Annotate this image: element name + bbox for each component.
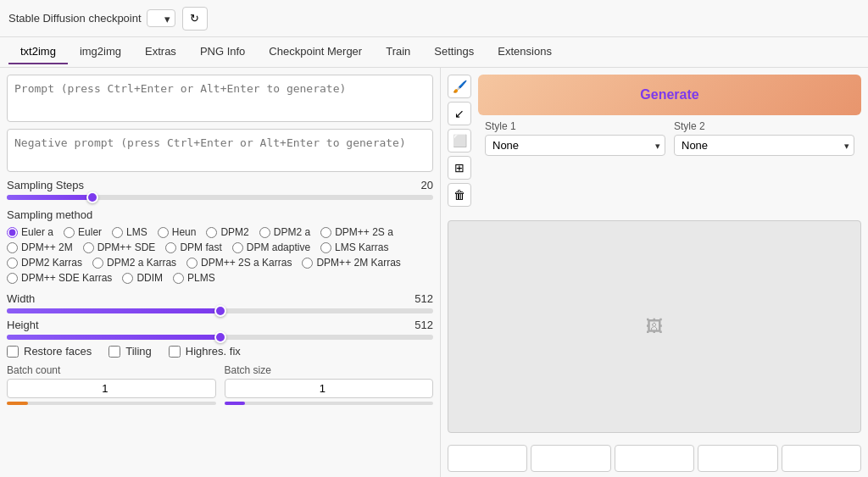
- icon-column: 🖌️ ↙ ⬜ ⊞ 🗑: [448, 75, 471, 207]
- height-section: Height 512: [7, 319, 433, 340]
- tabs-bar: txt2img img2img Extras PNG Info Checkpoi…: [0, 37, 868, 68]
- height-fill: [7, 335, 220, 340]
- sampling-steps-label: Sampling Steps: [7, 179, 84, 191]
- options-row: Restore faces Tiling Highres. fix: [7, 345, 433, 358]
- radio-dpmpp-2s-a[interactable]: DPM++ 2S a: [320, 226, 393, 238]
- highres-fix-checkbox[interactable]: Highres. fix: [169, 345, 241, 358]
- bottom-btn-5[interactable]: [782, 445, 861, 472]
- negative-prompt-input[interactable]: [14, 136, 426, 162]
- brush-icon-button[interactable]: 🖌️: [448, 75, 471, 98]
- height-slider[interactable]: [7, 335, 433, 340]
- refresh-icon: ↻: [190, 12, 199, 25]
- brush-icon: 🖌️: [453, 80, 467, 93]
- arrow-icon-button[interactable]: ↙: [448, 102, 471, 125]
- radio-dpmpp-2s-a-karras[interactable]: DPM++ 2S a Karras: [186, 257, 292, 269]
- tab-img2img[interactable]: img2img: [68, 40, 133, 64]
- sampling-steps-slider[interactable]: [7, 195, 433, 200]
- batch-size-item: Batch size: [225, 364, 434, 405]
- style1-label: Style 1: [485, 120, 665, 132]
- radio-lms-karras[interactable]: LMS Karras: [320, 241, 388, 253]
- style1-select[interactable]: None: [485, 135, 665, 156]
- tab-extensions[interactable]: Extensions: [486, 40, 564, 64]
- checkpoint-select-wrap: [147, 9, 175, 27]
- prompt-box[interactable]: [7, 75, 433, 122]
- batch-count-fill: [7, 402, 28, 405]
- radio-heun[interactable]: Heun: [158, 226, 197, 238]
- radio-euler-a[interactable]: Euler a: [7, 226, 53, 238]
- radio-plms[interactable]: PLMS: [173, 272, 215, 284]
- radio-dpmpp-sde-karras[interactable]: DPM++ SDE Karras: [7, 272, 112, 284]
- style1-item: Style 1 None: [485, 120, 665, 156]
- width-fill: [7, 308, 220, 313]
- batch-count-item: Batch count: [7, 364, 216, 405]
- width-header: Width 512: [7, 292, 433, 305]
- batch-size-input[interactable]: [225, 380, 433, 397]
- tab-train[interactable]: Train: [374, 40, 422, 64]
- prompt-input[interactable]: [14, 82, 426, 108]
- generate-button[interactable]: Generate: [478, 75, 861, 115]
- radio-dpm-adaptive[interactable]: DPM adaptive: [232, 241, 310, 253]
- batch-count-input[interactable]: [8, 380, 215, 397]
- radio-dpmpp-sde[interactable]: DPM++ SDE: [83, 241, 156, 253]
- grid-icon-button[interactable]: ⊞: [448, 156, 471, 180]
- restore-faces-checkbox[interactable]: Restore faces: [7, 345, 92, 358]
- sampling-method-label: Sampling method: [7, 208, 433, 221]
- checkpoint-select[interactable]: [147, 9, 175, 27]
- generate-styles-area: Generate Style 1 None Style 2: [478, 75, 861, 156]
- left-panel: Sampling Steps 20 Sampling method Euler …: [0, 68, 441, 477]
- width-slider[interactable]: [7, 308, 433, 313]
- tab-settings[interactable]: Settings: [422, 40, 486, 64]
- sampling-steps-section: Sampling Steps 20: [7, 179, 433, 200]
- style2-label: Style 2: [674, 120, 854, 132]
- height-label: Height: [7, 319, 39, 331]
- tab-extras[interactable]: Extras: [133, 40, 188, 64]
- radio-dpmpp-2m-karras[interactable]: DPM++ 2M Karras: [302, 257, 400, 269]
- radio-dpm2-a-karras[interactable]: DPM2 a Karras: [92, 257, 176, 269]
- batch-count-label: Batch count: [7, 364, 216, 376]
- style2-item: Style 2 None: [674, 120, 854, 156]
- sampling-steps-fill: [7, 195, 92, 200]
- radio-dpmpp-2m[interactable]: DPM++ 2M: [7, 241, 73, 253]
- width-thumb[interactable]: [214, 305, 226, 317]
- tab-checkpoint-merger[interactable]: Checkpoint Merger: [257, 40, 374, 64]
- frame-icon-button[interactable]: ⬜: [448, 129, 471, 153]
- tiling-checkbox[interactable]: Tiling: [108, 345, 152, 358]
- batch-size-slider[interactable]: [225, 402, 434, 405]
- frame-icon: ⬜: [453, 134, 467, 147]
- radio-ddim[interactable]: DDIM: [122, 272, 163, 284]
- arrow-icon: ↙: [454, 107, 465, 120]
- radio-dpm2[interactable]: DPM2: [206, 226, 248, 238]
- width-value: 512: [415, 292, 433, 305]
- restore-faces-label: Restore faces: [24, 345, 92, 358]
- sampling-steps-header: Sampling Steps 20: [7, 179, 433, 191]
- trash-icon: 🗑: [453, 188, 465, 202]
- radio-lms[interactable]: LMS: [112, 226, 147, 238]
- batch-count-slider[interactable]: [7, 402, 216, 405]
- canvas-area: 🖼: [448, 220, 861, 433]
- style2-select[interactable]: None: [674, 135, 854, 156]
- radio-dpm2-a[interactable]: DPM2 a: [259, 226, 310, 238]
- style2-select-wrap: None: [674, 135, 854, 156]
- height-header: Height 512: [7, 319, 433, 331]
- bottom-btn-4[interactable]: [698, 445, 777, 472]
- checkpoint-label: Stable Diffusion checkpoint: [8, 12, 142, 25]
- radio-dpm-fast[interactable]: DPM fast: [165, 241, 221, 253]
- height-thumb[interactable]: [214, 331, 226, 343]
- radio-euler[interactable]: Euler: [64, 226, 102, 238]
- tiling-label: Tiling: [125, 345, 152, 358]
- sampling-method-section: Sampling method Euler a Euler LMS Heun D…: [7, 208, 433, 284]
- bottom-btn-2[interactable]: [531, 445, 610, 472]
- tab-txt2img[interactable]: txt2img: [8, 40, 68, 64]
- bottom-btn-3[interactable]: [615, 445, 694, 472]
- batch-count-input-wrap: [7, 379, 216, 398]
- bottom-btn-1[interactable]: [448, 445, 527, 472]
- negative-prompt-box[interactable]: [7, 129, 433, 172]
- sampling-method-group: Euler a Euler LMS Heun DPM2 DPM2 a DPM++…: [7, 226, 433, 284]
- height-value: 512: [415, 319, 433, 331]
- trash-icon-button[interactable]: 🗑: [448, 183, 471, 207]
- radio-dpm2-karras[interactable]: DPM2 Karras: [7, 257, 82, 269]
- refresh-button[interactable]: ↻: [182, 7, 208, 31]
- sampling-steps-thumb[interactable]: [86, 191, 98, 203]
- highres-fix-label: Highres. fix: [186, 345, 241, 358]
- tab-png-info[interactable]: PNG Info: [188, 40, 257, 64]
